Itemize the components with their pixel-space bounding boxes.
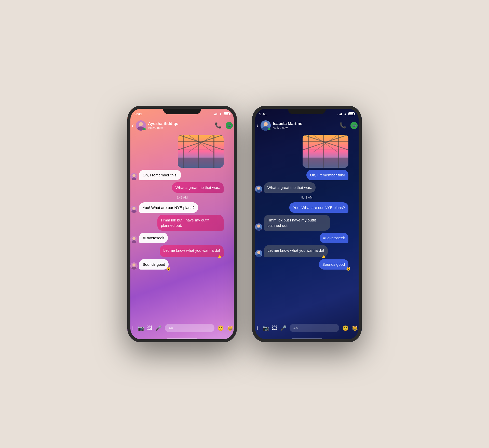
emoji-button[interactable]: 🙂 [218, 325, 224, 331]
contact-status: Active now [148, 126, 213, 130]
header-actions: 📞 📹 [215, 122, 233, 129]
msg-avatar-d1 [255, 186, 262, 193]
input-field-container-dark[interactable]: Aa [290, 324, 339, 332]
header-actions-dark: 📞 📹 [339, 122, 358, 129]
status-time: 9:41 [134, 112, 142, 116]
timestamp-text-dark: 9:41 AM [301, 196, 313, 199]
svg-point-19 [132, 207, 135, 210]
signal-bar-4 [216, 113, 217, 115]
message-row-letmeknow-dark: Let me know what you wanna do! 👍 [255, 245, 359, 257]
video-icon-dark: 📹 [352, 124, 356, 127]
svg-rect-12 [178, 141, 224, 142]
bubble-text: Oh, I remember this! [143, 173, 178, 177]
bubble-sounds: Sounds good 🐱 [139, 259, 169, 270]
message-row-sounds: Sounds good 🐱 [130, 259, 234, 270]
reaction-thumbsup: 👍 [217, 254, 222, 259]
msg-avatar-2 [130, 206, 138, 213]
input-placeholder: Aa [168, 326, 173, 330]
reaction-thumbsup-dark: 👍 [321, 254, 326, 259]
status-time-dark: 9:41 [259, 112, 267, 116]
bubble-remember: Oh, I remember this! [139, 170, 181, 180]
timestamp-1: 9:41 AM [130, 196, 234, 199]
bubble-remember-dark: Oh, I remember this! [306, 170, 348, 180]
image-message[interactable] [178, 135, 224, 168]
message-row-remember-dark: Oh, I remember this! [255, 170, 359, 180]
input-field-container[interactable]: Aa [165, 324, 214, 332]
home-bar [167, 338, 197, 339]
gallery-button-dark[interactable]: 🖼 [272, 325, 277, 331]
avatar-container [136, 120, 146, 131]
contact-info-dark: Isabela Martins Active now [273, 121, 337, 130]
message-row-sounds-dark: Sounds good 🐱 [255, 259, 359, 270]
add-button-dark[interactable]: + [256, 324, 260, 332]
bubble-text-trip-dark: What a great trip that was. [267, 185, 312, 190]
mic-button[interactable]: 🎤 [155, 325, 162, 331]
reaction-cat: 🐱 [166, 267, 171, 272]
wifi-icon: ▲ [219, 112, 222, 116]
chat-header-dark: ‹ Isabela Martins Active now 📞 📹 [252, 118, 362, 133]
back-button[interactable]: ‹ [131, 121, 134, 130]
chat-area-dark: Oh, I remember this! What a great trip t… [252, 133, 362, 321]
notch-dark [288, 106, 326, 114]
msg-avatar-3 [130, 236, 138, 243]
msg-avatar-img-d1 [255, 186, 262, 193]
bubble-love: #Lovetoseeit [139, 233, 168, 243]
add-button[interactable]: + [131, 324, 135, 332]
back-button-dark[interactable]: ‹ [256, 121, 259, 130]
svg-point-1 [139, 122, 143, 126]
svg-rect-41 [303, 158, 348, 168]
msg-avatar-1 [130, 173, 138, 180]
active-dot [143, 128, 146, 130]
bubble-outfit: Hmm idk but I have my outfit planned out… [157, 215, 224, 231]
svg-point-25 [132, 263, 135, 267]
battery-icon-dark [348, 112, 355, 115]
emoji-button-dark[interactable]: 🙂 [342, 325, 349, 331]
svg-point-16 [132, 174, 135, 177]
video-call-button-dark[interactable]: 📹 [350, 122, 358, 129]
svg-rect-13 [178, 149, 224, 149]
avatar-container-dark [261, 120, 271, 131]
image-message-dark[interactable] [303, 135, 348, 168]
bubble-text-trip: What a great trip that was. [175, 185, 220, 190]
message-row-love-dark: #Lovetoseeit [255, 233, 359, 243]
msg-avatar-img [130, 173, 138, 180]
contact-name: Ayesha Siddiqui [148, 121, 213, 126]
message-row-love: #Lovetoseeit [130, 233, 234, 243]
sticker-button[interactable]: 😸 [227, 325, 233, 331]
bubble-outfit-dark: Hmm idk but I have my outfit planned out… [264, 215, 330, 231]
message-row-nye-dark: Yoo! What are our NYE plans? [255, 202, 359, 213]
signal-bar-1 [213, 115, 213, 115]
camera-button-dark[interactable]: 📷 [263, 325, 269, 331]
msg-avatar-4 [130, 262, 138, 270]
msg-avatar-d2 [255, 223, 262, 231]
svg-point-22 [132, 237, 135, 240]
gallery-button[interactable]: 🖼 [147, 325, 152, 331]
camera-button[interactable]: 📷 [138, 325, 144, 331]
signal-bar-d1 [337, 115, 338, 115]
input-bar-dark: + 📷 🖼 🎤 Aa 🙂 😸 [252, 321, 362, 335]
message-row-outfit: Hmm idk but I have my outfit planned out… [130, 215, 234, 231]
svg-point-28 [264, 122, 268, 126]
sticker-button-dark[interactable]: 😸 [352, 325, 358, 331]
signal-bar-3 [215, 114, 216, 115]
bubble-text-letmeknow: Let me know what you wanna do! [163, 248, 220, 253]
home-indicator-dark [252, 335, 362, 342]
bubble-sounds-dark: Sounds good 🐱 [319, 259, 348, 270]
svg-rect-40 [303, 149, 348, 149]
call-icon-dark[interactable]: 📞 [339, 122, 346, 129]
signal-bar-d4 [341, 113, 342, 115]
msg-avatar-img-2 [130, 206, 138, 213]
video-call-button[interactable]: 📹 [226, 122, 233, 129]
image-message-row-dark [255, 135, 359, 168]
notch [163, 106, 201, 114]
svg-rect-14 [178, 158, 224, 168]
msg-avatar-img-3 [130, 236, 138, 243]
bubble-text-sounds-dark: Sounds good [322, 262, 345, 267]
status-icons-dark: ▲ [337, 112, 355, 116]
bubble-nye: Yoo! What are our NYE plans? [139, 202, 198, 213]
signal-bar-2 [214, 114, 215, 115]
mic-button-dark[interactable]: 🎤 [280, 325, 287, 331]
bubble-trip: What a great trip that was. [172, 182, 224, 193]
call-icon[interactable]: 📞 [215, 122, 222, 129]
reaction-cat-dark: 🐱 [346, 267, 350, 272]
